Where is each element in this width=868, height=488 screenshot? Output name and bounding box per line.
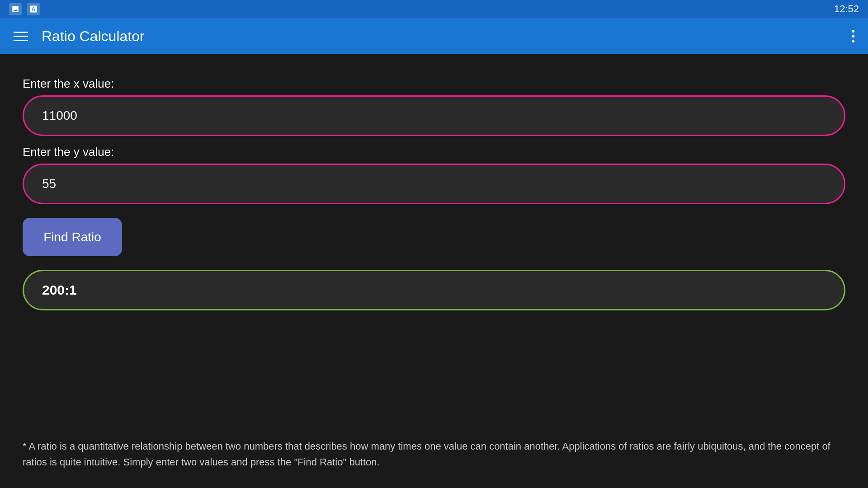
font-icon — [27, 3, 40, 15]
x-label: Enter the x value: — [23, 77, 845, 91]
more-options-icon[interactable] — [852, 30, 854, 42]
main-content: Enter the x value: Enter the y value: Fi… — [0, 54, 868, 488]
status-bar: 12:52 — [0, 0, 868, 18]
y-label: Enter the y value: — [23, 145, 845, 159]
y-value-input[interactable] — [23, 164, 845, 204]
image-icon — [9, 3, 22, 15]
result-box: 200:1 — [23, 270, 845, 310]
app-bar: Ratio Calculator — [0, 18, 868, 54]
footer-section: * A ratio is a quantitative relationship… — [23, 429, 845, 479]
app-title: Ratio Calculator — [42, 28, 145, 45]
status-time: 12:52 — [834, 3, 859, 15]
x-value-input[interactable] — [23, 95, 845, 136]
y-field-group: Enter the y value: — [23, 145, 845, 204]
app-bar-left: Ratio Calculator — [14, 28, 145, 45]
find-ratio-button[interactable]: Find Ratio — [23, 218, 122, 256]
footer-text: * A ratio is a quantitative relationship… — [23, 429, 845, 479]
status-bar-left — [9, 3, 40, 15]
form-section: Enter the x value: Enter the y value: Fi… — [23, 77, 845, 310]
result-value: 200:1 — [42, 282, 77, 298]
x-field-group: Enter the x value: — [23, 77, 845, 136]
hamburger-menu-icon[interactable] — [14, 32, 28, 41]
